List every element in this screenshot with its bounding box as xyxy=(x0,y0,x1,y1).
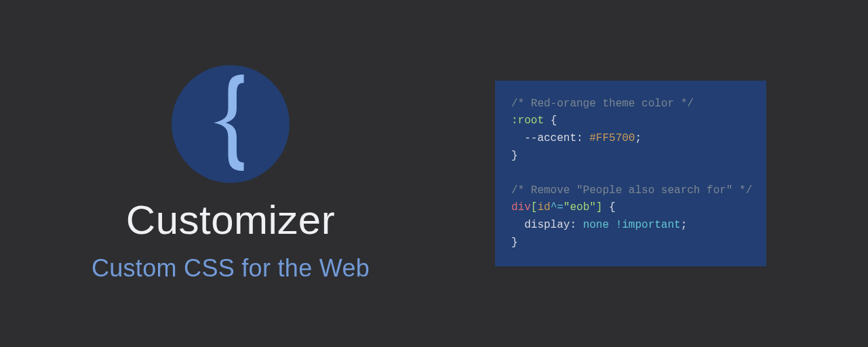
code-important: !important xyxy=(616,219,681,231)
code-block: /* Red-orange theme color */ :root { --a… xyxy=(495,81,766,266)
code-op: ^= xyxy=(551,201,564,213)
hero-panel: Customizer Custom CSS for the Web xyxy=(0,0,461,347)
code-prop: --accent xyxy=(524,132,576,144)
code-comment: /* Red-orange theme color */ xyxy=(511,98,694,110)
code-value: none xyxy=(583,219,609,231)
code-hexvalue: #FF5700 xyxy=(589,132,635,144)
brace-left-icon xyxy=(197,68,264,180)
code-brace: { xyxy=(609,201,616,213)
code-brace: } xyxy=(511,237,518,249)
code-selector: :root xyxy=(511,115,544,127)
code-brace: { xyxy=(551,115,557,127)
code-panel: /* Red-orange theme color */ :root { --a… xyxy=(461,0,868,347)
product-subtitle: Custom CSS for the Web xyxy=(92,254,370,283)
code-comment: /* Remove "People also search for" */ xyxy=(511,184,752,197)
code-attr: id xyxy=(537,201,550,213)
code-prop: display xyxy=(524,219,570,231)
code-string: "eob" xyxy=(564,201,596,213)
code-brace: } xyxy=(511,150,518,162)
product-title: Customizer xyxy=(126,197,335,243)
logo-badge xyxy=(172,65,290,183)
code-tag: div xyxy=(511,201,531,213)
